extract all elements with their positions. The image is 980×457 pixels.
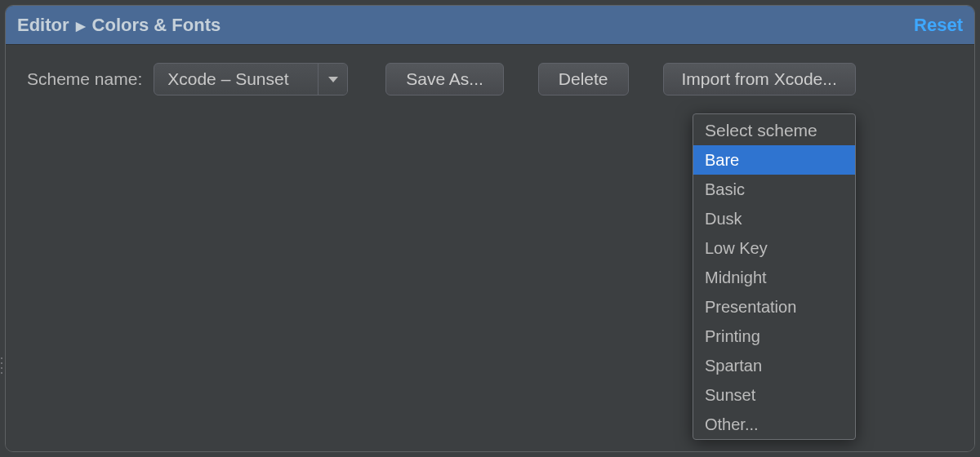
import-scheme-option[interactable]: Bare xyxy=(693,145,855,175)
toolbar-row: Scheme name: Xcode – Sunset Save As... D… xyxy=(6,45,974,113)
import-from-xcode-button[interactable]: Import from Xcode... xyxy=(663,63,856,95)
breadcrumb-item-editor[interactable]: Editor xyxy=(17,15,69,36)
breadcrumb-item-colors-fonts[interactable]: Colors & Fonts xyxy=(92,15,221,36)
panel-content: Scheme name: Xcode – Sunset Save As... D… xyxy=(6,45,974,451)
chevron-right-icon: ▶ xyxy=(76,19,86,33)
scheme-name-dropdown-button[interactable] xyxy=(318,64,347,95)
import-scheme-option[interactable]: Sunset xyxy=(693,380,855,410)
import-scheme-option[interactable]: Low Key xyxy=(693,233,855,263)
breadcrumb: Editor ▶ Colors & Fonts xyxy=(17,15,220,36)
import-scheme-option[interactable]: Other... xyxy=(693,410,855,439)
import-scheme-option[interactable]: Dusk xyxy=(693,204,855,233)
vertical-resize-handle[interactable] xyxy=(1,357,2,374)
scheme-name-value[interactable]: Xcode – Sunset xyxy=(154,64,318,95)
import-scheme-option[interactable]: Presentation xyxy=(693,292,855,322)
import-scheme-menu: Select scheme BareBasicDuskLow KeyMidnig… xyxy=(693,113,856,440)
chevron-down-icon xyxy=(328,77,338,82)
import-scheme-option[interactable]: Printing xyxy=(693,322,855,351)
scheme-name-combo[interactable]: Xcode – Sunset xyxy=(154,63,348,95)
save-as-button[interactable]: Save As... xyxy=(385,63,504,95)
import-scheme-option[interactable]: Basic xyxy=(693,175,855,204)
scheme-name-label: Scheme name: xyxy=(27,69,142,89)
panel-header: Editor ▶ Colors & Fonts Reset xyxy=(6,6,974,45)
import-scheme-option[interactable]: Midnight xyxy=(693,263,855,292)
delete-button[interactable]: Delete xyxy=(538,63,629,95)
settings-panel: Editor ▶ Colors & Fonts Reset Scheme nam… xyxy=(5,5,975,452)
reset-link[interactable]: Reset xyxy=(914,15,963,36)
import-scheme-option[interactable]: Spartan xyxy=(693,351,855,380)
import-scheme-menu-title: Select scheme xyxy=(693,114,855,145)
